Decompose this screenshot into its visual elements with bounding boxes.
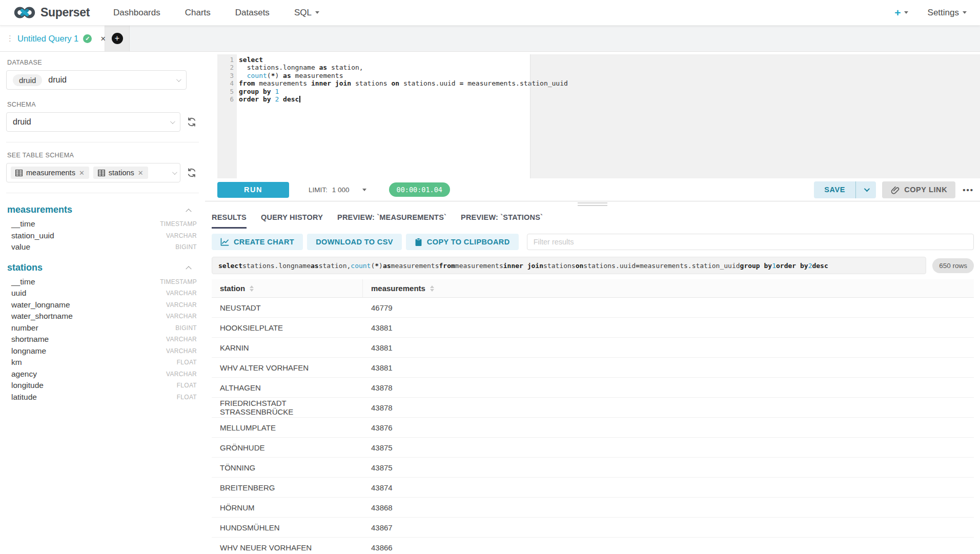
column-type: VARCHAR (166, 313, 197, 320)
line-number: 2 (217, 64, 234, 71)
column-list: __timeTIMESTAMPuuidVARCHARwater_longname… (6, 276, 199, 403)
create-chart-button[interactable]: CREATE CHART (212, 234, 303, 250)
run-button[interactable]: RUN (217, 182, 289, 198)
cell-station: HÖRNUM (212, 503, 363, 512)
schema-column-row: __timeTIMESTAMP (6, 276, 199, 288)
database-select[interactable]: druid druid (6, 70, 187, 90)
chevron-down-icon (904, 11, 908, 14)
row-count-badge: 650 rows (932, 258, 974, 273)
editor-toolbar: RUN LIMIT: 1 000 00:00:01.04 SAVE COPY L… (217, 178, 980, 201)
column-name: __time (11, 219, 35, 229)
column-name: station_uuid (11, 231, 54, 240)
schema-column-row: __timeTIMESTAMP (6, 218, 199, 230)
nav-item-dashboards[interactable]: Dashboards (113, 8, 160, 18)
query-tab-active[interactable]: ⋮ Untitled Query 1 ✓ × (0, 26, 105, 51)
settings-label: Settings (928, 8, 959, 18)
refresh-schema-icon[interactable] (186, 116, 198, 128)
code-line[interactable]: from measurements inner join stations on… (239, 79, 980, 87)
tab-query-history[interactable]: QUERY HISTORY (261, 213, 323, 229)
filter-results-input[interactable] (527, 234, 974, 250)
column-name: agency (11, 370, 37, 379)
line-number: 5 (217, 88, 234, 95)
column-name: latitude (11, 393, 37, 402)
refresh-tables-icon[interactable] (186, 167, 198, 179)
query-preview-row: select stations.longname as station, cou… (212, 257, 974, 274)
column-name: shortname (11, 335, 49, 344)
schema-column-row: numberBIGINT (6, 322, 199, 334)
code-line[interactable]: count(*) as measurements (239, 72, 980, 79)
more-options-button[interactable]: ••• (963, 186, 974, 194)
drag-dots-icon[interactable]: ⋮ (6, 34, 13, 43)
code-line[interactable]: stations.longname as station, (239, 64, 980, 71)
new-item-button[interactable]: + (894, 7, 908, 19)
sort-icon (250, 285, 254, 292)
column-type: VARCHAR (166, 336, 197, 343)
cell-measurements: 43867 (363, 523, 974, 532)
column-header-measurements[interactable]: measurements (363, 279, 974, 297)
nav-item-sql[interactable]: SQL (294, 8, 319, 18)
drag-handle-icon[interactable] (578, 202, 607, 208)
table-row: MELLUMPLATE43876 (212, 418, 974, 438)
collapse-icon[interactable] (186, 266, 191, 272)
settings-menu[interactable]: Settings (928, 8, 967, 18)
plus-icon: + (894, 7, 901, 19)
schema-column-row: longnameVARCHAR (6, 345, 199, 357)
superset-logo[interactable]: Superset (13, 6, 90, 19)
table-chip-stations[interactable]: stations ✕ (93, 167, 148, 179)
chart-icon (220, 238, 229, 246)
download-csv-button[interactable]: DOWNLOAD TO CSV (307, 234, 402, 250)
code-line[interactable]: select (239, 56, 980, 64)
navbar: Superset Dashboards Charts Datasets SQL … (0, 0, 980, 26)
copy-clipboard-button[interactable]: COPY TO CLIPBOARD (406, 234, 519, 250)
code-line[interactable]: group by 1 (239, 88, 980, 95)
schema-column-row: water_shortnameVARCHAR (6, 311, 199, 322)
cell-station: FRIEDRICHSTADT STRASSENBRÜCKE (212, 399, 363, 416)
table-schema-select[interactable]: measurements ✕ stations ✕ (6, 163, 180, 182)
table-row: HÖRNUM43868 (212, 498, 974, 518)
code-line[interactable]: order by 2 desc (239, 95, 980, 103)
new-query-tab[interactable]: + (105, 26, 130, 51)
query-tab-label: Untitled Query 1 (17, 34, 78, 44)
column-type: FLOAT (177, 394, 197, 401)
link-icon (890, 185, 900, 194)
save-button[interactable]: SAVE (814, 181, 855, 198)
limit-dropdown[interactable]: LIMIT: 1 000 (309, 186, 366, 194)
create-chart-label: CREATE CHART (234, 238, 294, 246)
collapse-icon[interactable] (186, 209, 191, 214)
cell-station: WHV ALTER VORHAFEN (212, 363, 363, 372)
remove-chip-icon[interactable]: ✕ (79, 169, 85, 177)
nav-item-charts[interactable]: Charts (185, 8, 211, 18)
tab-preview-measurements[interactable]: PREVIEW: `MEASUREMENTS` (337, 213, 446, 229)
nav-item-datasets[interactable]: Datasets (235, 8, 270, 18)
results-table: station measurements NEUSTADT46779HOOKSI… (212, 279, 974, 554)
text-cursor (299, 96, 300, 102)
cell-measurements: 43874 (363, 483, 974, 492)
editor-lines[interactable]: select stations.longname as station, cou… (237, 54, 980, 178)
tab-preview-stations[interactable]: PREVIEW: `STATIONS` (461, 213, 543, 229)
column-name: value (11, 242, 30, 252)
chip-label: measurements (26, 169, 75, 177)
results-table-body: NEUSTADT46779HOOKSIELPLATE43881KARNIN438… (212, 298, 974, 554)
sql-editor[interactable]: 123456 select stations.longname as stati… (217, 54, 980, 178)
database-type-tag: druid (13, 74, 42, 86)
clipboard-icon (415, 238, 422, 247)
results-pane: RESULTS QUERY HISTORY PREVIEW: `MEASUREM… (205, 206, 980, 554)
chevron-down-icon (172, 170, 177, 175)
save-options-button[interactable] (855, 181, 876, 198)
table-chip-measurements[interactable]: measurements ✕ (11, 167, 89, 179)
remove-chip-icon[interactable]: ✕ (138, 169, 144, 177)
copy-link-button[interactable]: COPY LINK (882, 181, 955, 198)
query-timer-badge: 00:00:01.04 (389, 182, 450, 197)
schema-select[interactable]: druid (6, 112, 180, 132)
column-header-station[interactable]: station (212, 279, 363, 297)
column-name: longitude (11, 381, 44, 390)
column-type: FLOAT (177, 382, 197, 389)
tab-results[interactable]: RESULTS (212, 213, 247, 229)
sqllab-sidebar: DATABASE druid druid SCHEMA druid SEE TA… (0, 52, 205, 554)
copy-clipboard-label: COPY TO CLIPBOARD (427, 238, 510, 246)
download-csv-label: DOWNLOAD TO CSV (316, 238, 393, 246)
schema-label: SCHEMA (7, 101, 199, 108)
column-type: FLOAT (177, 359, 197, 366)
pane-resize-divider[interactable] (205, 201, 980, 206)
cell-station: HOOKSIELPLATE (212, 323, 363, 332)
